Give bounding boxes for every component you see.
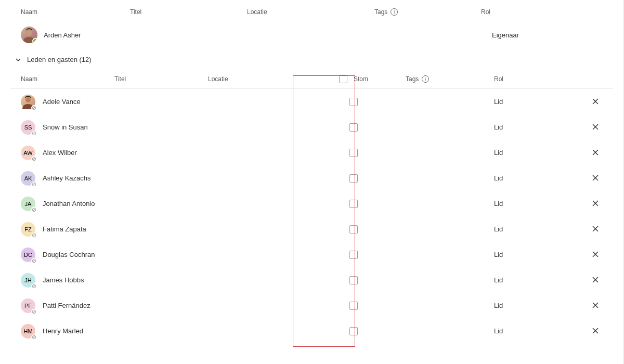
svg-line-31	[33, 285, 35, 287]
mute-checkbox[interactable]	[349, 123, 358, 132]
col-header-role[interactable]: Rol	[481, 8, 585, 16]
owner-name: Arden Asher	[44, 31, 492, 39]
table-row: JAJonathan AntonioLid	[10, 191, 613, 216]
col-header-mute[interactable]: Stom	[302, 75, 406, 83]
avatar[interactable]	[21, 95, 35, 109]
col-header-name[interactable]: Naam	[21, 8, 130, 16]
svg-line-19	[33, 209, 35, 211]
mute-checkbox[interactable]	[349, 302, 358, 310]
member-name: James Hobbs	[43, 276, 84, 284]
col-header-location[interactable]: Locatie	[208, 75, 302, 83]
avatar[interactable]: SS	[21, 120, 35, 135]
mute-checkbox[interactable]	[349, 251, 358, 259]
remove-member-button[interactable]	[591, 199, 600, 208]
mute-all-checkbox[interactable]	[339, 75, 347, 83]
presence-offline-icon	[31, 105, 37, 111]
member-name: Alex Wilber	[43, 149, 77, 157]
member-role[interactable]: Lid	[494, 98, 588, 106]
members-table-header: Naam Titel Locatie Stom Tags i Rol	[10, 71, 613, 89]
presence-offline-icon	[31, 131, 37, 136]
presence-offline-icon	[31, 232, 37, 238]
svg-point-1	[25, 97, 31, 102]
table-row: HMHenry MarledLid	[10, 318, 613, 344]
member-role[interactable]: Lid	[494, 276, 588, 284]
table-row: AWAlex WilberLid	[10, 140, 613, 165]
presence-offline-icon	[31, 258, 37, 264]
avatar[interactable]: JH	[21, 273, 35, 288]
col-header-location[interactable]: Locatie	[247, 8, 374, 16]
presence-offline-icon	[31, 283, 37, 289]
table-row: SSSnow in SusanLid	[10, 114, 613, 140]
avatar[interactable]	[21, 27, 37, 43]
table-row: DCDouglas CochranLid	[10, 242, 613, 267]
member-role[interactable]: Lid	[494, 149, 588, 157]
owner-role: Eigenaar	[492, 31, 519, 39]
remove-member-button[interactable]	[591, 326, 600, 335]
avatar[interactable]: DC	[21, 248, 35, 262]
member-role[interactable]: Lid	[494, 174, 588, 182]
col-header-name[interactable]: Naam	[21, 75, 114, 83]
svg-point-0	[26, 30, 32, 36]
info-icon[interactable]: i	[391, 8, 398, 16]
remove-member-button[interactable]	[591, 122, 600, 132]
avatar[interactable]: AK	[21, 171, 35, 186]
col-header-title[interactable]: Titel	[130, 8, 247, 16]
owner-row: Arden Asher Eigenaar	[10, 20, 613, 50]
col-header-role[interactable]: Rol	[494, 75, 588, 83]
mute-checkbox[interactable]	[349, 98, 358, 106]
member-role[interactable]: Lid	[494, 225, 588, 233]
table-row: AKAshley KazachsLid	[10, 165, 613, 191]
avatar[interactable]: FZ	[21, 222, 35, 237]
mute-checkbox[interactable]	[349, 225, 358, 233]
mute-checkbox[interactable]	[349, 327, 358, 335]
svg-line-7	[33, 132, 35, 134]
table-row: JHJames HobbsLid	[10, 267, 613, 293]
col-header-tags[interactable]: Tags i	[374, 8, 481, 16]
member-role[interactable]: Lid	[494, 327, 588, 335]
chevron-down-icon	[15, 56, 22, 63]
member-role[interactable]: Lid	[494, 251, 588, 258]
remove-member-button[interactable]	[591, 97, 600, 106]
table-row: PFPatti FernándezLid	[10, 293, 613, 318]
mute-checkbox[interactable]	[349, 276, 358, 284]
col-header-title[interactable]: Titel	[114, 75, 208, 83]
presence-available-icon	[32, 38, 37, 43]
mute-checkbox[interactable]	[349, 174, 358, 183]
member-role[interactable]: Lid	[494, 123, 588, 131]
remove-member-button[interactable]	[591, 301, 600, 310]
svg-line-11	[33, 158, 35, 160]
presence-offline-icon	[31, 156, 37, 162]
member-role[interactable]: Lid	[494, 200, 588, 207]
presence-offline-icon	[31, 207, 37, 213]
avatar[interactable]: PF	[21, 298, 35, 313]
presence-offline-icon	[31, 181, 37, 187]
mute-checkbox[interactable]	[349, 149, 358, 157]
avatar[interactable]: HM	[21, 324, 35, 339]
svg-line-39	[33, 336, 35, 338]
member-name: Jonathan Antonio	[43, 200, 95, 207]
remove-member-button[interactable]	[591, 224, 600, 233]
table-row: FZFatima ZapataLid	[10, 216, 613, 242]
remove-member-button[interactable]	[591, 148, 600, 157]
table-row: Adele VanceLid	[10, 89, 613, 114]
members-section-label: Leden en gasten (12)	[27, 56, 92, 63]
svg-line-35	[33, 310, 35, 313]
remove-member-button[interactable]	[591, 275, 600, 284]
member-name: Fatima Zapata	[43, 225, 86, 233]
mute-checkbox[interactable]	[349, 200, 358, 208]
col-header-tags[interactable]: Tags i	[406, 75, 494, 83]
member-name: Douglas Cochran	[43, 251, 95, 258]
members-section-toggle[interactable]: Leden en gasten (12)	[10, 50, 613, 71]
svg-line-23	[33, 234, 35, 236]
info-icon[interactable]: i	[422, 75, 429, 83]
remove-member-button[interactable]	[591, 250, 600, 259]
member-name: Henry Marled	[43, 327, 83, 335]
col-header-mute-label: Stom	[354, 75, 368, 83]
remove-member-button[interactable]	[591, 173, 600, 183]
avatar[interactable]: AW	[21, 146, 35, 160]
member-role[interactable]: Lid	[494, 302, 588, 309]
presence-offline-icon	[31, 334, 37, 340]
col-header-tags-label: Tags	[374, 8, 387, 16]
avatar[interactable]: JA	[21, 197, 35, 211]
member-name: Snow in Susan	[43, 123, 88, 131]
